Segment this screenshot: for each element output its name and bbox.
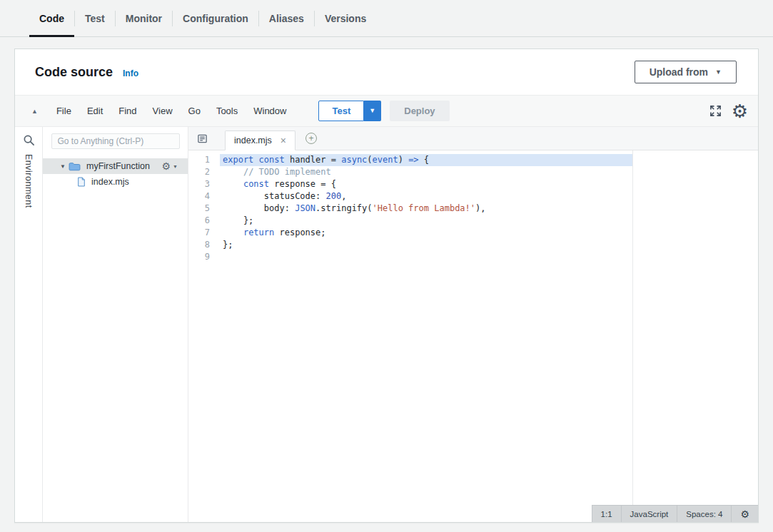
page-title: Code source bbox=[35, 65, 113, 80]
upload-from-label: Upload from bbox=[650, 66, 708, 78]
collapse-panel-icon[interactable]: ▲ bbox=[26, 108, 43, 115]
line-number[interactable]: 6 bbox=[188, 215, 220, 227]
file-tree: ▼ myFirstFunction ⚙ ▼ bbox=[43, 158, 188, 190]
code-lines: export const handler = async(event) => {… bbox=[220, 150, 758, 522]
search-icon[interactable] bbox=[23, 134, 35, 146]
gear-icon: ⚙ bbox=[162, 161, 171, 171]
test-dropdown-button[interactable]: ▼ bbox=[364, 101, 381, 121]
code-line[interactable]: export const handler = async(event) => { bbox=[220, 154, 632, 166]
panel-header: Code source Info Upload from ▼ bbox=[15, 49, 758, 96]
status-settings-button[interactable]: ⚙ bbox=[731, 506, 758, 522]
tree-row-index-mjs[interactable]: index.mjs bbox=[43, 174, 188, 190]
code-line[interactable]: statusCode: 200, bbox=[220, 190, 758, 203]
code-line[interactable]: body: JSON.stringify('Hello from Lambda!… bbox=[220, 203, 758, 215]
code-line[interactable]: }; bbox=[220, 239, 758, 251]
code-line[interactable] bbox=[220, 251, 758, 263]
menu-window[interactable]: Window bbox=[246, 106, 294, 116]
info-link[interactable]: Info bbox=[123, 68, 138, 78]
function-nav-tabs: Code Test Monitor Configuration Aliases … bbox=[0, 0, 773, 37]
code-line[interactable]: }; bbox=[220, 215, 758, 227]
editor-status-bar: 1:1 JavaScript Spaces: 4 ⚙ bbox=[592, 505, 758, 522]
tab-code[interactable]: Code bbox=[29, 0, 74, 36]
line-number[interactable]: 4 bbox=[188, 190, 220, 203]
tab-aliases[interactable]: Aliases bbox=[259, 0, 314, 36]
editor-menus: File Edit Find View Go Tools Window bbox=[49, 106, 295, 116]
line-number[interactable]: 7 bbox=[188, 227, 220, 239]
line-number[interactable]: 8 bbox=[188, 239, 220, 251]
tab-code-label: Code bbox=[39, 13, 64, 24]
print-margin-ruler bbox=[632, 150, 633, 522]
tab-aliases-label: Aliases bbox=[269, 13, 304, 24]
goto-anything-input[interactable] bbox=[51, 133, 180, 149]
panel-title-group: Code source Info bbox=[35, 65, 138, 80]
close-icon[interactable]: × bbox=[281, 135, 286, 145]
tab-versions-label: Versions bbox=[325, 13, 366, 24]
file-label: index.mjs bbox=[91, 177, 129, 187]
status-indentation[interactable]: Spaces: 4 bbox=[677, 506, 731, 522]
status-language[interactable]: JavaScript bbox=[621, 506, 677, 522]
code-line[interactable]: return response; bbox=[220, 227, 758, 239]
tab-monitor-label: Monitor bbox=[126, 13, 162, 24]
upload-from-button[interactable]: Upload from ▼ bbox=[635, 61, 737, 83]
editor-tab-index-mjs[interactable]: index.mjs × bbox=[225, 131, 295, 150]
status-cursor-position[interactable]: 1:1 bbox=[592, 506, 621, 522]
editor-settings-gear-icon[interactable]: ⚙ bbox=[732, 102, 748, 121]
editor-toolbar: ▲ File Edit Find View Go Tools Window Te… bbox=[15, 96, 758, 127]
menu-edit[interactable]: Edit bbox=[79, 106, 111, 116]
deploy-button[interactable]: Deploy bbox=[390, 101, 449, 121]
left-rail: Environment bbox=[15, 127, 43, 522]
code-line[interactable]: // TODO implement bbox=[220, 166, 758, 178]
tab-versions[interactable]: Versions bbox=[315, 0, 376, 36]
menu-file[interactable]: File bbox=[49, 106, 79, 116]
folder-icon bbox=[69, 162, 81, 171]
caret-down-icon: ▼ bbox=[173, 164, 178, 169]
add-tab-button[interactable]: + bbox=[305, 133, 317, 144]
tab-configuration-label: Configuration bbox=[183, 13, 248, 24]
menu-tools[interactable]: Tools bbox=[208, 106, 246, 116]
fullscreen-icon[interactable] bbox=[708, 103, 723, 118]
test-button[interactable]: Test bbox=[318, 101, 364, 121]
line-number[interactable]: 3 bbox=[188, 178, 220, 190]
root-folder-label: myFirstFunction bbox=[86, 161, 150, 171]
caret-down-icon: ▼ bbox=[369, 108, 375, 114]
tab-test[interactable]: Test bbox=[75, 0, 115, 36]
menu-go[interactable]: Go bbox=[181, 106, 208, 116]
menu-find[interactable]: Find bbox=[111, 106, 144, 116]
code-editor[interactable]: 123456789 export const handler = async(e… bbox=[188, 150, 758, 522]
gear-icon: ⚙ bbox=[740, 509, 749, 519]
caret-down-icon: ▼ bbox=[715, 69, 722, 76]
tab-list-icon[interactable] bbox=[196, 132, 209, 145]
editor-tab-bar: index.mjs × + bbox=[188, 127, 758, 150]
file-icon bbox=[77, 177, 86, 187]
line-number[interactable]: 1 bbox=[188, 154, 220, 166]
caret-down-icon[interactable]: ▼ bbox=[60, 163, 69, 170]
tree-row-root-folder[interactable]: ▼ myFirstFunction ⚙ ▼ bbox=[43, 158, 188, 174]
plus-icon: + bbox=[308, 134, 313, 143]
code-line[interactable]: const response = { bbox=[220, 178, 758, 190]
gutter: 123456789 bbox=[188, 150, 220, 522]
menu-view[interactable]: View bbox=[145, 106, 181, 116]
tab-configuration[interactable]: Configuration bbox=[173, 0, 258, 36]
tree-settings-button[interactable]: ⚙ ▼ bbox=[162, 161, 178, 171]
file-tree-panel: ▼ myFirstFunction ⚙ ▼ bbox=[43, 127, 188, 522]
line-number[interactable]: 2 bbox=[188, 166, 220, 178]
tab-test-label: Test bbox=[85, 13, 105, 24]
code-source-panel: Code source Info Upload from ▼ ▲ File Ed… bbox=[14, 48, 759, 523]
editor-tab-label: index.mjs bbox=[234, 135, 272, 145]
line-number[interactable]: 9 bbox=[188, 251, 220, 263]
editor-column: index.mjs × + 123456789 export const han… bbox=[188, 127, 758, 522]
environment-vertical-tab[interactable]: Environment bbox=[24, 154, 34, 208]
editor-workspace: Environment ▼ myFirstFunction ⚙ ▼ bbox=[15, 127, 758, 522]
test-split-button: Test ▼ bbox=[318, 101, 381, 121]
tab-monitor[interactable]: Monitor bbox=[116, 0, 172, 36]
line-number[interactable]: 5 bbox=[188, 203, 220, 215]
